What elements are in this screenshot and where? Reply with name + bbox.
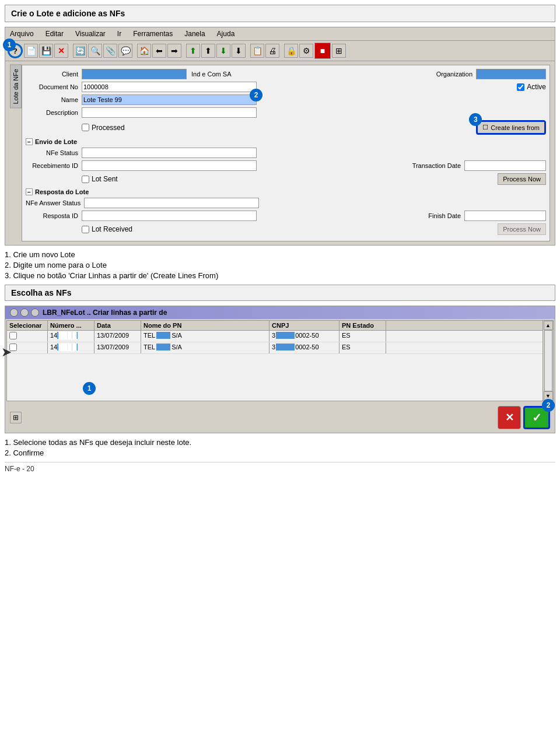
dialog-table: Selecionar Número ... Data Nome do PN CN… xyxy=(7,321,542,401)
footer-grid-button[interactable]: ⊞ xyxy=(10,412,22,423)
col-header-cnpj: CNPJ xyxy=(270,321,340,330)
docno-row: Document No Active xyxy=(26,82,546,92)
toolbar-btn-9[interactable]: ⬅ xyxy=(152,44,166,58)
menu-ajuda[interactable]: Ajuda xyxy=(215,29,237,39)
section-envio-collapse[interactable]: − xyxy=(26,138,33,145)
dialog-table-area: Selecionar Número ... Data Nome do PN CN… xyxy=(7,321,553,401)
toolbar-btn-8[interactable]: 🏠 xyxy=(137,44,151,58)
name-input[interactable] xyxy=(82,94,257,105)
menu-janela[interactable]: Janela xyxy=(182,29,207,39)
finish-date-input[interactable] xyxy=(464,211,546,221)
toolbar-btn-6[interactable]: 📎 xyxy=(103,44,117,58)
dialog-footer: ⊞ ✕ ✓ 2 xyxy=(5,402,555,433)
finish-date-label: Finish Date xyxy=(408,212,461,219)
gear-icon: ⚙ xyxy=(303,46,310,55)
resposta-label: Resposta ID xyxy=(26,212,78,219)
toolbar-btn-5[interactable]: 🔍 xyxy=(88,44,102,58)
forward-icon: ➡ xyxy=(171,46,178,55)
scroll-track[interactable] xyxy=(544,330,552,391)
lot-sent-label: Lot Sent xyxy=(92,175,118,183)
menu-ir[interactable]: Ir xyxy=(115,29,124,39)
toolbar-btn-2[interactable]: 💾 xyxy=(39,44,53,58)
section-resposta-header: − Resposta do Lote xyxy=(26,188,546,195)
client-input[interactable] xyxy=(82,69,187,79)
toolbar-btn-18[interactable]: ⚙ xyxy=(299,44,313,58)
toolbar-btn-11[interactable]: ⬆ xyxy=(186,44,200,58)
cancel-button[interactable]: ✕ xyxy=(498,406,521,429)
toolbar-btn-13[interactable]: ⬇ xyxy=(216,44,230,58)
down-green-icon: ⬇ xyxy=(220,46,227,55)
toolbar-btn-4[interactable]: 🔄 xyxy=(73,44,87,58)
toolbar-btn-3[interactable]: ✕ xyxy=(54,44,68,58)
toolbar-btn-16[interactable]: 🖨 xyxy=(265,44,279,58)
active-checkbox[interactable] xyxy=(517,83,524,91)
toolbar: ? 1 📄 💾 ✕ 🔄 🔍 📎 💬 🏠 ⬅ ➡ ⬆ ⬆ ⬇ ⬇ 📋 🖨 🔒 ⚙ … xyxy=(5,41,555,61)
lot-sent-checkbox[interactable] xyxy=(82,176,89,183)
annotation-badge-2: 2 xyxy=(250,89,262,101)
table-row: 14████ 13/07/2009 TELS/A 30002-50 ES xyxy=(7,342,542,354)
name-label: Name xyxy=(26,96,78,103)
nfe-answer-input[interactable] xyxy=(84,198,259,208)
menu-visualizar[interactable]: Visualizar xyxy=(73,29,108,39)
doc2-icon: 📋 xyxy=(253,46,262,55)
toolbar-btn-7[interactable]: 💬 xyxy=(118,44,132,58)
toolbar-btn-17[interactable]: 🔒 xyxy=(284,44,298,58)
row1-checkbox[interactable] xyxy=(9,332,17,339)
dialog-title-text: LBR_NFeLot .. Criar linhas a partir de xyxy=(43,309,167,317)
org-input[interactable] xyxy=(476,69,546,79)
col-header-name: Nome do PN xyxy=(141,321,270,330)
processed-row: Processed 3 ☐ Create lines from xyxy=(26,120,546,135)
docno-input[interactable] xyxy=(82,82,257,92)
resposta-input[interactable] xyxy=(82,211,257,221)
form-main: Client Ind e Com SA Organization Documen… xyxy=(22,65,550,241)
chat-icon: 💬 xyxy=(121,46,131,55)
menu-editar[interactable]: Editar xyxy=(43,29,66,39)
section-resposta-collapse[interactable]: − xyxy=(26,188,33,195)
recebimento-input[interactable] xyxy=(82,160,257,171)
processed-checkbox[interactable] xyxy=(82,124,89,131)
dialog-close-btn[interactable] xyxy=(10,309,18,317)
toolbar-btn-14[interactable]: ⬇ xyxy=(232,44,246,58)
create-lines-button[interactable]: ☐ Create lines from xyxy=(476,120,546,135)
toolbar-btn-15[interactable]: 📋 xyxy=(250,44,264,58)
toolbar-btn-19[interactable]: ■ xyxy=(314,43,331,59)
transaction-date-input[interactable] xyxy=(464,160,546,171)
confirm-cancel-group: ✕ ✓ 2 xyxy=(498,406,550,429)
up-icon: ⬆ xyxy=(205,46,212,55)
process-now-button-1[interactable]: Process Now xyxy=(498,173,546,185)
grid-small-icon: ⊞ xyxy=(13,413,19,422)
toolbar-btn-12[interactable]: ⬆ xyxy=(201,44,215,58)
scroll-up-button[interactable]: ▲ xyxy=(544,321,553,330)
process-now-button-2[interactable]: Process Now xyxy=(498,223,546,235)
stop-icon: ■ xyxy=(320,46,325,55)
toolbar-btn-1[interactable]: 📄 xyxy=(24,44,38,58)
dialog-max-btn[interactable] xyxy=(31,309,39,317)
transaction-date-label: Transaction Date xyxy=(408,162,461,169)
menu-ferramentas[interactable]: Ferramentas xyxy=(131,29,175,39)
nfe-status-input[interactable] xyxy=(82,148,257,158)
form-wrapper: Lote da NFe Client Ind e Com SA Organiza… xyxy=(10,65,550,241)
lot-received-row: Lot Received Process Now xyxy=(26,223,546,235)
toolbar-btn-10[interactable]: ➡ xyxy=(167,44,181,58)
instructions-bottom: 1. Selecione todas as NFs que deseja inc… xyxy=(5,438,555,457)
row2-cnpj-text: 3 xyxy=(272,344,275,351)
lot-received-checkbox[interactable] xyxy=(82,226,89,233)
row2-name-text: TEL xyxy=(144,344,155,351)
dialog-min-btn[interactable] xyxy=(20,309,29,317)
processed-check-wrap: Processed xyxy=(82,124,125,132)
dialog-container: LBR_NFeLot .. Criar linhas a partir de S… xyxy=(5,306,555,433)
instructions-top: 1. Crie um novo Lote 2. Digite um nome p… xyxy=(5,250,555,280)
desc-input[interactable] xyxy=(82,107,257,118)
toolbar-btn-20[interactable]: ⊞ xyxy=(332,44,346,58)
menu-arquivo[interactable]: Arquivo xyxy=(8,29,36,39)
page-footer-text: NF-e - 20 xyxy=(5,465,34,473)
section-resposta-title: Resposta do Lote xyxy=(35,188,89,195)
up-green-icon: ⬆ xyxy=(190,46,197,55)
dialog-window-controls xyxy=(10,309,39,317)
row2-date: 13/07/2009 xyxy=(94,342,141,353)
grid-icon: ⊞ xyxy=(335,46,342,55)
confirm-icon: ✓ xyxy=(532,411,542,425)
col-header-select: Selecionar xyxy=(7,321,48,330)
recebimento-row: Recebimento ID Transaction Date xyxy=(26,160,546,171)
save-icon: 💾 xyxy=(41,46,51,55)
